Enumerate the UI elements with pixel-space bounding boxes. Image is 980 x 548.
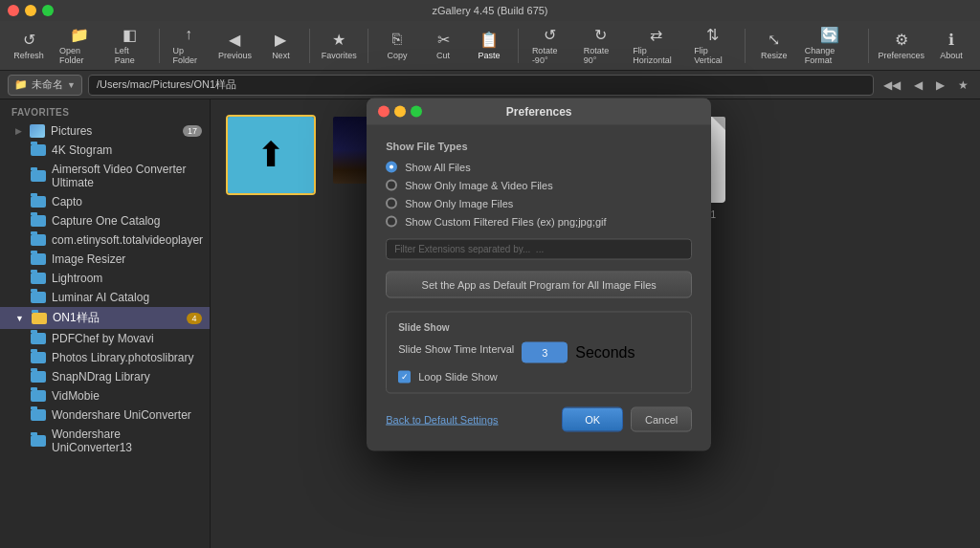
back-to-default-link[interactable]: Back to Default Settings [386,413,498,425]
set-default-button[interactable]: Set the App as Default Program for All I… [386,271,692,297]
modal-window-controls [378,105,422,117]
ok-button[interactable]: OK [562,406,623,431]
loop-checkbox[interactable]: ✓ [398,370,411,383]
checkmark-icon: ✓ [401,372,409,381]
radio-circle-image-video [386,179,397,190]
filter-extensions-input[interactable] [386,238,692,259]
preferences-modal: Preferences Show File Types Show All Fil… [367,98,711,450]
loop-checkbox-row: ✓ Loop Slide Show [398,370,679,383]
modal-overlay: Preferences Show File Types Show All Fil… [0,0,980,548]
radio-circle-image [386,197,397,208]
modal-close-button[interactable] [378,105,390,117]
radio-circle-custom [386,215,397,227]
loop-label: Loop Slide Show [418,371,498,383]
modal-footer: Back to Default Settings OK Cancel [386,406,692,431]
radio-circle-all [386,161,397,172]
slideshow-section: Slide Show Slide Show Time Interval Seco… [386,311,692,393]
radio-group-file-types: Show All Files Show Only Image & Video F… [386,161,692,227]
radio-show-image-video[interactable]: Show Only Image & Video Files [386,179,692,190]
modal-minimize-button[interactable] [394,105,406,117]
cancel-button[interactable]: Cancel [631,406,692,431]
radio-show-all[interactable]: Show All Files [386,161,692,172]
slideshow-interval-row: Slide Show Time Interval Seconds [398,341,679,362]
modal-title: Preferences [506,104,572,118]
modal-body: Show File Types Show All Files Show Only… [367,124,711,450]
file-types-section-label: Show File Types [386,140,692,151]
interval-label: Slide Show Time Interval [398,342,514,354]
slideshow-label: Slide Show [398,321,679,332]
modal-maximize-button[interactable] [411,105,422,117]
modal-titlebar: Preferences [367,98,711,124]
radio-show-image[interactable]: Show Only Image Files [386,197,692,208]
interval-input[interactable] [522,341,568,362]
seconds-label: Seconds [575,343,635,361]
radio-show-custom[interactable]: Show Custom Filtered Files (ex) png;jpg;… [386,215,692,227]
